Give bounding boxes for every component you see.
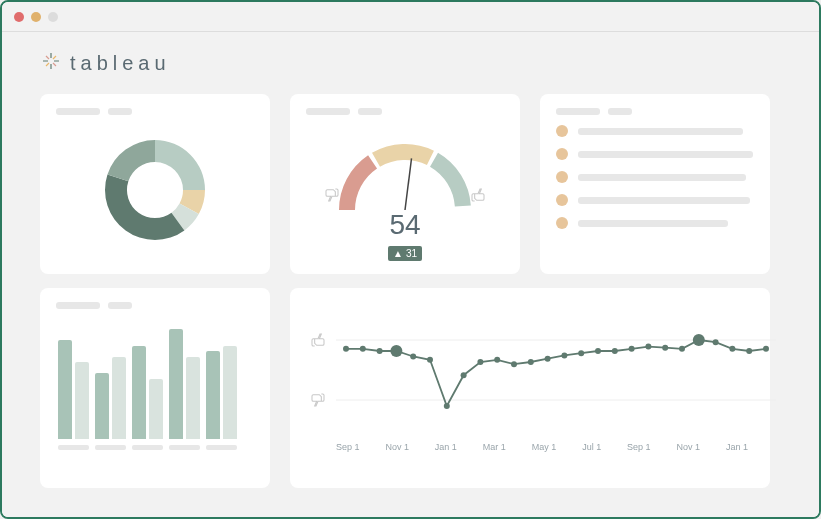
delta-badge: ▲ 31 — [388, 246, 422, 261]
svg-point-26 — [729, 346, 735, 352]
x-tick: Jan 1 — [435, 442, 457, 452]
placeholder — [306, 108, 350, 115]
svg-point-20 — [629, 346, 635, 352]
bar — [149, 379, 163, 440]
placeholder — [608, 108, 632, 115]
bullet-icon — [556, 125, 568, 137]
thumbs-up-icon — [470, 187, 486, 207]
bar — [223, 346, 237, 440]
brand-name: tableau — [70, 52, 171, 75]
placeholder — [578, 151, 753, 158]
x-tick: Mar 1 — [483, 442, 506, 452]
list-card — [540, 94, 770, 274]
placeholder — [578, 174, 746, 181]
list-rows — [556, 125, 754, 229]
svg-point-11 — [477, 359, 483, 365]
bullet-icon — [556, 194, 568, 206]
placeholder — [169, 445, 200, 450]
triangle-up-icon: ▲ — [393, 248, 403, 259]
placeholder — [95, 445, 126, 450]
svg-point-6 — [390, 345, 402, 357]
card-header — [56, 302, 254, 309]
svg-point-7 — [410, 354, 416, 360]
list-item — [556, 125, 754, 137]
svg-point-24 — [693, 334, 705, 346]
bullet-icon — [556, 148, 568, 160]
svg-point-28 — [763, 346, 769, 352]
minimize-icon[interactable] — [31, 12, 41, 22]
bar — [186, 357, 200, 440]
svg-point-13 — [511, 361, 517, 367]
svg-point-10 — [461, 372, 467, 378]
placeholder — [108, 302, 132, 309]
svg-point-27 — [746, 348, 752, 354]
tableau-logo-icon — [40, 50, 62, 76]
x-tick: Nov 1 — [385, 442, 409, 452]
svg-point-5 — [377, 348, 383, 354]
brand-row: tableau — [40, 50, 781, 76]
placeholder — [108, 108, 132, 115]
bullet-icon — [556, 171, 568, 183]
x-tick: Nov 1 — [677, 442, 701, 452]
gauge-card: 54 ▲ 31 — [290, 94, 520, 274]
bar-chart — [56, 319, 254, 439]
svg-point-21 — [645, 344, 651, 350]
line-x-axis: Sep 1Nov 1Jan 1Mar 1May 1Jul 1Sep 1Nov 1… — [306, 438, 754, 452]
svg-point-17 — [578, 350, 584, 356]
svg-line-0 — [405, 158, 412, 210]
svg-point-12 — [494, 357, 500, 363]
x-tick: May 1 — [532, 442, 557, 452]
bar — [58, 340, 72, 439]
donut-chart — [56, 125, 254, 255]
bar — [75, 362, 89, 439]
thumbs-down-icon — [324, 187, 340, 207]
list-item — [556, 171, 754, 183]
bar — [169, 329, 183, 439]
svg-point-25 — [713, 339, 719, 345]
bar — [206, 351, 220, 439]
list-item — [556, 194, 754, 206]
x-tick: Jul 1 — [582, 442, 601, 452]
svg-point-15 — [545, 356, 551, 362]
bar — [132, 346, 146, 440]
donut-card — [40, 94, 270, 274]
browser-window: tableau — [0, 0, 821, 519]
placeholder — [58, 445, 89, 450]
x-tick: Sep 1 — [627, 442, 651, 452]
gauge-chart — [306, 125, 504, 215]
x-tick: Jan 1 — [726, 442, 748, 452]
placeholder — [56, 108, 100, 115]
close-icon[interactable] — [14, 12, 24, 22]
bar — [95, 373, 109, 439]
card-header — [306, 108, 504, 115]
svg-point-16 — [561, 352, 567, 358]
placeholder — [358, 108, 382, 115]
thumbs-up-icon — [310, 332, 326, 352]
delta-value: 31 — [406, 248, 417, 259]
svg-point-19 — [612, 348, 618, 354]
svg-point-18 — [595, 348, 601, 354]
svg-point-23 — [679, 346, 685, 352]
list-item — [556, 217, 754, 229]
placeholder — [132, 445, 163, 450]
svg-point-4 — [360, 346, 366, 352]
placeholder — [578, 128, 743, 135]
maximize-icon[interactable] — [48, 12, 58, 22]
placeholder — [578, 197, 750, 204]
placeholder — [56, 302, 100, 309]
card-header — [556, 108, 754, 115]
dashboard-content: tableau — [2, 32, 819, 517]
svg-point-22 — [662, 345, 668, 351]
thumbs-down-icon — [310, 392, 326, 412]
placeholder — [578, 220, 728, 227]
x-tick: Sep 1 — [336, 442, 360, 452]
list-item — [556, 148, 754, 160]
bar-card — [40, 288, 270, 488]
card-header — [56, 108, 254, 115]
bar — [112, 357, 126, 440]
svg-point-3 — [343, 346, 349, 352]
line-card: Sep 1Nov 1Jan 1Mar 1May 1Jul 1Sep 1Nov 1… — [290, 288, 770, 488]
placeholder — [206, 445, 237, 450]
bullet-icon — [556, 217, 568, 229]
svg-point-8 — [427, 357, 433, 363]
